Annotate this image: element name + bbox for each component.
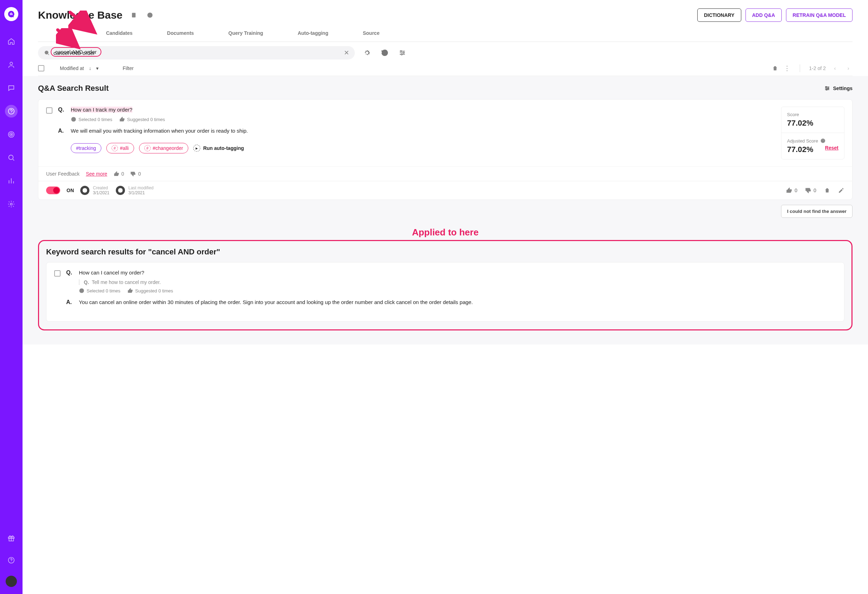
feedback-up: 0 bbox=[114, 171, 124, 177]
user-avatar[interactable] bbox=[6, 576, 17, 587]
dictionary-button[interactable]: DICTIONARY bbox=[697, 9, 741, 22]
tab-documents[interactable]: Documents bbox=[166, 25, 195, 41]
result-checkbox[interactable] bbox=[46, 107, 52, 113]
tab-bar: Q&A Candidates Documents Query Training … bbox=[38, 25, 853, 42]
score-value: 77.02% bbox=[787, 119, 838, 128]
sort-icon bbox=[49, 65, 55, 72]
adjusted-score-label: Adjusted Score bbox=[787, 138, 838, 144]
svg-point-8 bbox=[11, 134, 12, 135]
svg-point-24 bbox=[826, 89, 827, 90]
result2-checkbox[interactable] bbox=[54, 270, 61, 277]
sidebar bbox=[0, 0, 22, 594]
settings-link[interactable]: Settings bbox=[824, 85, 853, 91]
nav-search-icon[interactable] bbox=[5, 151, 18, 164]
score-panel: Score 77.02% Adjusted Score 77.02% Reset bbox=[781, 107, 844, 159]
answer-text: We will email you with tracking informat… bbox=[71, 128, 248, 134]
add-qa-button[interactable]: ADD Q&A bbox=[745, 9, 782, 22]
tag-changeorder[interactable]: ##changeorder bbox=[139, 143, 188, 153]
svg-point-5 bbox=[11, 113, 11, 113]
footer-edit-icon[interactable] bbox=[838, 187, 844, 193]
svg-point-3 bbox=[10, 62, 12, 65]
nav-gift-icon[interactable] bbox=[5, 532, 18, 545]
filter-label[interactable]: Filter bbox=[123, 65, 133, 71]
nav-knowledge-icon[interactable] bbox=[5, 105, 18, 118]
search-input-container: cancel AND order ✕ bbox=[38, 46, 355, 59]
sort-dropdown-icon[interactable]: ▾ bbox=[96, 65, 99, 71]
modified-label: Last modified bbox=[128, 186, 154, 190]
svg-point-22 bbox=[825, 87, 827, 88]
result-card: Q. How can I track my order? Selected 0 … bbox=[38, 99, 853, 200]
question2-text: How can I cancel my order? bbox=[79, 270, 144, 276]
app-logo[interactable] bbox=[4, 7, 18, 21]
see-more-link[interactable]: See more bbox=[86, 171, 107, 177]
page-title: Knowledge Base bbox=[38, 9, 123, 21]
retrain-model-button[interactable]: RETRAIN Q&A MODEL bbox=[786, 9, 853, 22]
score-label: Score bbox=[787, 112, 838, 117]
gear-icon[interactable] bbox=[362, 47, 372, 58]
tab-candidates[interactable]: Candidates bbox=[105, 25, 134, 41]
reset-link[interactable]: Reset bbox=[825, 145, 838, 150]
more-icon[interactable]: ⋮ bbox=[784, 65, 791, 72]
tag-tracking[interactable]: #tracking bbox=[71, 143, 101, 153]
pagination-label: 1-2 of 2 bbox=[809, 65, 826, 71]
nav-settings-icon[interactable] bbox=[5, 198, 18, 211]
prev-page-icon[interactable]: ‹ bbox=[831, 65, 839, 71]
a-label: A. bbox=[58, 128, 66, 134]
toggle-on-label: ON bbox=[66, 187, 74, 193]
svg-point-18 bbox=[45, 51, 48, 54]
run-auto-tagging[interactable]: ▸Run auto-tagging bbox=[193, 144, 244, 152]
tab-qa[interactable]: Q&A bbox=[59, 25, 73, 41]
sort-label[interactable]: Modified at bbox=[60, 65, 84, 71]
clear-search-icon[interactable]: ✕ bbox=[344, 49, 349, 57]
svg-point-6 bbox=[9, 132, 15, 138]
nav-target-icon[interactable] bbox=[5, 128, 18, 141]
svg-rect-1 bbox=[11, 12, 12, 15]
tab-query-training[interactable]: Query Training bbox=[227, 25, 265, 41]
created-label: Created bbox=[93, 186, 109, 190]
result-card-2: Q. How can I cancel my order? Q.Tell me … bbox=[46, 262, 844, 321]
created-date: 3/1/2021 bbox=[93, 190, 109, 195]
search-row: cancel AND order ✕ bbox=[38, 42, 853, 61]
no-answer-button[interactable]: I could not find the answer bbox=[781, 205, 853, 218]
footer-thumb-up[interactable]: 0 bbox=[786, 187, 797, 193]
select-all-checkbox[interactable] bbox=[38, 65, 44, 71]
nav-chat-icon[interactable] bbox=[5, 82, 18, 94]
nav-user-icon[interactable] bbox=[5, 58, 18, 71]
suggested-count: Suggested 0 times bbox=[119, 116, 165, 122]
svg-point-14 bbox=[11, 562, 11, 562]
search-input[interactable] bbox=[53, 50, 340, 56]
keyword-results-section: Keyword search results for "cancel AND o… bbox=[38, 240, 853, 330]
svg-point-4 bbox=[9, 108, 15, 114]
nav-help-icon[interactable] bbox=[5, 554, 18, 566]
svg-rect-2 bbox=[12, 13, 13, 15]
svg-point-19 bbox=[400, 51, 402, 52]
tab-source[interactable]: Source bbox=[362, 25, 381, 41]
delete-icon[interactable] bbox=[772, 65, 779, 72]
sliders-icon[interactable] bbox=[397, 47, 407, 58]
answer2-text: You can cancel an online order within 30… bbox=[79, 299, 473, 305]
annotation-applied-here: Applied to here bbox=[38, 227, 853, 238]
bookmark-icon[interactable] bbox=[129, 10, 139, 20]
history-icon[interactable] bbox=[379, 47, 390, 58]
nav-analytics-icon[interactable] bbox=[5, 174, 18, 187]
suggested-count-2: Suggested 0 times bbox=[127, 288, 173, 293]
search-icon bbox=[44, 50, 50, 56]
filter-icon bbox=[112, 65, 118, 72]
svg-point-17 bbox=[150, 16, 150, 16]
status-toggle[interactable] bbox=[46, 187, 60, 194]
tag-alli[interactable]: ##alli bbox=[106, 143, 134, 153]
sort-direction-icon[interactable]: ↓ bbox=[89, 65, 91, 71]
q2-label: Q. bbox=[66, 270, 74, 276]
info-icon[interactable] bbox=[820, 138, 826, 144]
q-label: Q. bbox=[58, 107, 66, 113]
footer-thumb-down[interactable]: 0 bbox=[805, 187, 816, 193]
tab-auto-tagging[interactable]: Auto-tagging bbox=[297, 25, 330, 41]
help-circle-icon[interactable] bbox=[145, 10, 155, 20]
svg-point-21 bbox=[401, 54, 402, 55]
footer-delete-icon[interactable] bbox=[824, 187, 830, 193]
next-page-icon[interactable]: › bbox=[844, 65, 853, 71]
modifier-avatar bbox=[116, 186, 125, 195]
modified-date: 3/1/2021 bbox=[128, 190, 154, 195]
nav-home-icon[interactable] bbox=[5, 35, 18, 48]
creator-avatar bbox=[80, 186, 89, 195]
